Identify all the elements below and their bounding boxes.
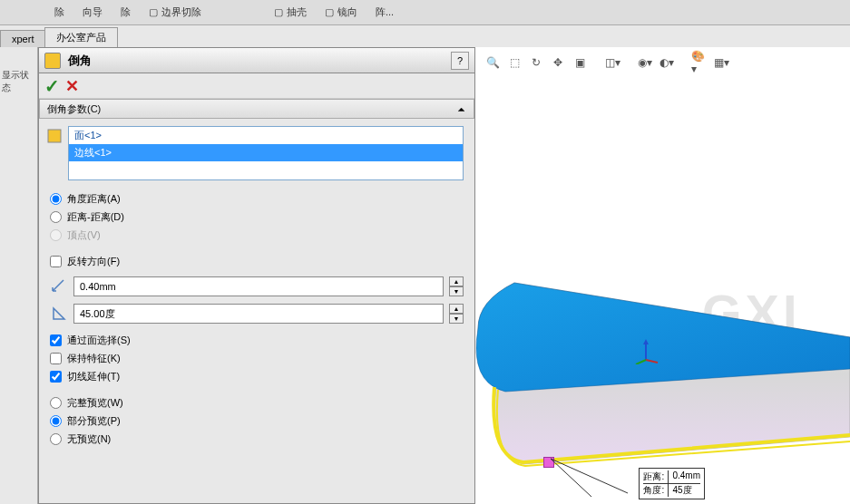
distance-input[interactable] (73, 276, 444, 296)
display-state-label: 显示状态 (2, 69, 35, 94)
selection-item-edge[interactable]: 边线<1> (69, 144, 463, 161)
tab-office[interactable]: 办公室产品 (44, 27, 118, 47)
angle-spinner: ▲ ▼ (449, 304, 464, 324)
svg-line-4 (636, 360, 646, 364)
svg-line-3 (646, 360, 658, 363)
annotation-distance-value: 0.4mm (669, 470, 700, 483)
ribbon-item[interactable]: ▢边界切除 (149, 5, 201, 19)
hidden-lines-icon[interactable]: ◐▾ (659, 54, 675, 71)
distance-param-row: ▲ ▼ (50, 276, 464, 296)
svg-rect-0 (48, 130, 61, 142)
rotate-icon[interactable]: ↻ (528, 54, 544, 71)
ribbon-item[interactable]: ▢镜向 (325, 5, 357, 19)
zoom-area-icon[interactable]: ⬚ (506, 54, 523, 71)
preview-radios: 完整预览(W) 部分预览(P) 无预览(N) (50, 395, 464, 447)
spin-up[interactable]: ▲ (449, 276, 464, 286)
svg-line-5 (551, 459, 628, 493)
scene-icon[interactable]: ▦▾ (713, 54, 729, 71)
tab-strip: xpert 办公室产品 (0, 25, 850, 47)
panel-title: 倒角 (68, 53, 451, 69)
svg-line-6 (551, 459, 591, 497)
chamfer-icon (44, 53, 61, 69)
feature-tree-panel: 显示状态 (0, 47, 38, 504)
angle-input[interactable] (73, 304, 444, 324)
cancel-button[interactable]: ✕ (65, 76, 79, 96)
selection-icon (46, 128, 64, 146)
selection-listbox[interactable]: 面<1> 边线<1> (68, 126, 464, 180)
selection-list: 面<1> 边线<1> (68, 126, 464, 180)
options-checks: 通过面选择(S) 保持特征(K) 切线延伸(T) (50, 333, 464, 384)
distance-spinner: ▲ ▼ (449, 276, 464, 296)
spin-up[interactable]: ▲ (449, 304, 464, 314)
svg-marker-2 (643, 339, 649, 344)
radio-angle-distance[interactable]: 角度距离(A) (50, 191, 464, 207)
section-header-chamfer-params[interactable]: 倒角参数(C) ⏶ (39, 99, 474, 119)
check-through-face[interactable]: 通过面选择(S) (50, 333, 464, 348)
appearance-icon[interactable]: 🎨▾ (691, 54, 708, 71)
tab-xpert[interactable]: xpert (0, 30, 45, 47)
spin-down[interactable]: ▼ (449, 286, 464, 296)
annotation-angle-value: 45度 (669, 484, 691, 497)
section-icon[interactable]: ▣ (572, 54, 588, 71)
pan-icon[interactable]: ✥ (550, 54, 566, 71)
spin-down[interactable]: ▼ (449, 314, 464, 324)
radio-full-preview[interactable]: 完整预览(W) (50, 395, 464, 411)
chamfer-annotation: 距离: 0.4mm 角度: 45度 (639, 468, 705, 499)
check-tangent[interactable]: 切线延伸(T) (50, 369, 464, 384)
radio-vertex: 顶点(V) (50, 228, 464, 243)
panel-header: 倒角 ? (39, 48, 474, 73)
annotation-angle-label: 角度: (643, 484, 669, 497)
ribbon-item[interactable]: 除 (54, 5, 64, 19)
angle-param-row: ▲ ▼ (50, 304, 464, 324)
3d-viewport[interactable]: 🔍 ⬚ ↻ ✥ ▣ ◫▾ ◉▾ ◐▾ 🎨▾ ▦▾ GXI网 www.gxlcms… (475, 47, 850, 504)
chamfer-type-radios: 角度距离(A) 距离-距离(D) 顶点(V) (50, 191, 464, 243)
view-cube-icon[interactable]: ◫▾ (604, 54, 620, 71)
3d-model[interactable] (475, 237, 850, 473)
zoom-fit-icon[interactable]: 🔍 (484, 54, 501, 71)
ribbon-item[interactable]: 阵... (376, 5, 394, 19)
help-button[interactable]: ? (451, 52, 469, 70)
ok-button[interactable]: ✓ (44, 75, 60, 97)
section-title: 倒角参数(C) (47, 102, 101, 116)
display-style-icon[interactable]: ◉▾ (637, 54, 653, 71)
ribbon-item[interactable]: 向导 (83, 5, 103, 19)
collapse-icon[interactable]: ⏶ (457, 104, 466, 114)
ribbon-item[interactable]: ▢抽壳 (274, 5, 307, 19)
check-reverse[interactable]: 反转方向(F) (50, 254, 464, 269)
radio-partial-preview[interactable]: 部分预览(P) (50, 413, 464, 429)
view-triad[interactable] (632, 337, 659, 364)
ribbon-toolbar: 除 向导 除 ▢边界切除 ▢抽壳 ▢镜向 阵... (0, 0, 850, 25)
ribbon-item[interactable]: 除 (121, 5, 131, 19)
radio-no-preview[interactable]: 无预览(N) (50, 431, 464, 447)
selection-item-face[interactable]: 面<1> (69, 127, 463, 144)
distance-icon (50, 277, 68, 296)
angle-icon (50, 305, 68, 323)
property-panel: 倒角 ? ✓ ✕ 倒角参数(C) ⏶ 面<1> 边线<1> (38, 47, 475, 504)
panel-actions: ✓ ✕ (39, 73, 474, 99)
view-toolbar: 🔍 ⬚ ↻ ✥ ▣ ◫▾ ◉▾ ◐▾ 🎨▾ ▦▾ (484, 54, 729, 71)
check-keep-features[interactable]: 保持特征(K) (50, 351, 464, 366)
radio-distance-distance[interactable]: 距离-距离(D) (50, 209, 464, 225)
annotation-distance-label: 距离: (643, 470, 669, 483)
